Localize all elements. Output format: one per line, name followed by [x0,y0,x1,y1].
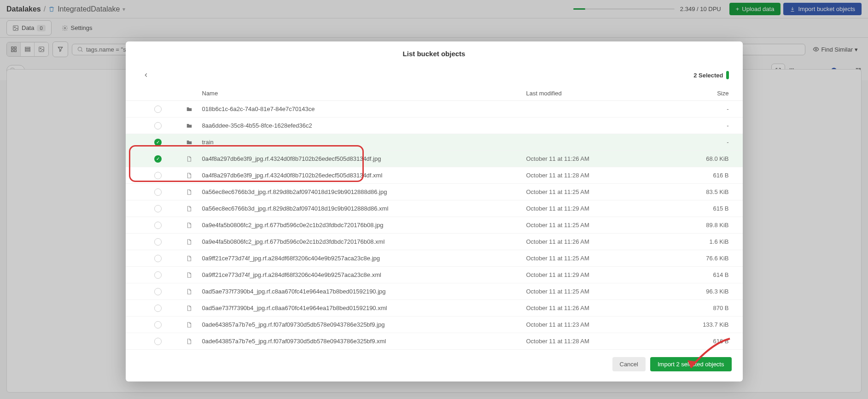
row-last-modified: October 11 at 11:29 AM [526,205,655,212]
checkbox-circle[interactable] [154,305,162,312]
row-size: - [655,122,729,129]
checkbox-circle[interactable] [154,205,162,212]
row-last-modified: October 11 at 11:26 AM [526,238,655,245]
row-name: 0ad5ae737f7390b4_jpg.rf.c8aa670fc41e964e… [202,305,526,311]
checkbox-circle[interactable] [154,238,162,246]
table-row[interactable]: 0a9ff21ce773d74f_jpg.rf.a284df68f3206c40… [126,267,743,283]
checkbox-circle[interactable] [154,338,162,345]
file-icon [176,305,202,311]
row-last-modified: October 11 at 11:28 AM [526,338,655,345]
col-size: Size [655,90,729,97]
checkbox-circle[interactable] [154,106,162,113]
row-size: 68.0 KiB [655,155,729,162]
table-row[interactable]: 8aa6ddee-35c8-4b55-8fce-1628efed36c2- [126,117,743,134]
row-name: 0a9ff21ce773d74f_jpg.rf.a284df68f3206c40… [202,255,526,262]
row-last-modified: October 11 at 11:25 AM [526,288,655,295]
checkbox-circle[interactable] [154,271,162,279]
row-size: 616 B [655,338,729,345]
scroll-indicator [726,71,729,79]
table-row[interactable]: 0ade643857a7b7e5_jpg.rf.f07af09730d5db57… [126,333,743,350]
folder-icon [176,106,202,112]
checkbox-circle[interactable] [154,188,162,196]
file-icon [176,288,202,295]
col-name: Name [202,90,526,97]
row-size: 133.7 KiB [655,321,729,328]
row-size: 615 B [655,205,729,212]
row-name: 0a56ec8ec6766b3d_jpg.rf.829d8b2af0974018… [202,205,526,212]
row-last-modified: October 11 at 11:28 AM [526,172,655,179]
row-size: 616 B [655,172,729,179]
table-row[interactable]: ✓0a4f8a297db6e3f9_jpg.rf.4324d0f8b7102b2… [126,151,743,167]
table-row[interactable]: 0ad5ae737f7390b4_jpg.rf.c8aa670fc41e964e… [126,300,743,317]
file-icon [176,189,202,195]
row-name: 0a4f8a297db6e3f9_jpg.rf.4324d0f8b7102b26… [202,155,526,162]
list-bucket-modal: List bucket objects 2 Selected Name Last… [126,41,743,381]
table-header: Name Last modified Size [126,86,743,101]
checkmark-icon[interactable]: ✓ [154,139,162,146]
file-icon [176,255,202,262]
row-name: 8aa6ddee-35c8-4b55-8fce-1628efed36c2 [202,122,526,129]
file-icon [176,239,202,245]
checkbox-circle[interactable] [154,255,162,262]
file-icon [176,205,202,212]
cancel-button[interactable]: Cancel [612,357,646,371]
table-row[interactable]: 0a56ec8ec6766b3d_jpg.rf.829d8b2af0974018… [126,200,743,217]
folder-icon [176,139,202,146]
row-size: 614 B [655,271,729,278]
row-last-modified: October 11 at 11:23 AM [526,321,655,328]
back-button[interactable] [140,69,152,82]
col-last-modified: Last modified [526,90,655,97]
import-selected-button[interactable]: Import 2 selected objects [650,357,732,371]
checkbox-circle[interactable] [154,288,162,295]
row-last-modified: October 11 at 11:25 AM [526,255,655,262]
row-name: 0a9e4fa5b0806fc2_jpg.rf.677bd596c0e2c1b2… [202,238,526,245]
row-name: 0ad5ae737f7390b4_jpg.rf.c8aa670fc41e964e… [202,288,526,295]
table-row[interactable]: 0a9ff21ce773d74f_jpg.rf.a284df68f3206c40… [126,250,743,267]
table-row[interactable]: 0a4f8a297db6e3f9_jpg.rf.4324d0f8b7102b26… [126,167,743,184]
row-last-modified: October 11 at 11:26 AM [526,155,655,162]
table-row[interactable]: 0ad5ae737f7390b4_jpg.rf.c8aa670fc41e964e… [126,283,743,300]
table-row[interactable]: 0ade643857a7b7e5_jpg.rf.f07af09730d5db57… [126,317,743,333]
file-icon [176,272,202,278]
selected-count: 2 Selected [693,72,723,79]
row-last-modified: October 11 at 11:25 AM [526,222,655,229]
row-size: 1.6 KiB [655,238,729,245]
modal-overlay: List bucket objects 2 Selected Name Last… [0,0,868,399]
row-name: 0a9e4fa5b0806fc2_jpg.rf.677bd596c0e2c1b2… [202,222,526,229]
row-size: 76.6 KiB [655,255,729,262]
file-icon [176,338,202,345]
row-name: 0a4f8a297db6e3f9_jpg.rf.4324d0f8b7102b26… [202,172,526,179]
checkbox-circle[interactable] [154,122,162,129]
row-name: 018b6c1c-6a2c-74a0-81e7-84e7c70143ce [202,106,526,112]
row-size: 96.3 KiB [655,288,729,295]
row-name: train [202,139,526,146]
row-name: 0ade643857a7b7e5_jpg.rf.f07af09730d5db57… [202,321,526,328]
row-name: 0ade643857a7b7e5_jpg.rf.f07af09730d5db57… [202,338,526,345]
row-last-modified: October 11 at 11:26 AM [526,305,655,311]
row-size: 870 B [655,305,729,311]
file-icon [176,156,202,162]
folder-icon [176,123,202,129]
table-row[interactable]: 0a56ec8ec6766b3d_jpg.rf.829d8b2af0974018… [126,184,743,200]
checkbox-circle[interactable] [154,321,162,329]
row-last-modified: October 11 at 11:29 AM [526,271,655,278]
row-size: - [655,106,729,112]
modal-title: List bucket objects [126,41,743,66]
row-last-modified: October 11 at 11:25 AM [526,188,655,195]
table-row[interactable]: 0a9e4fa5b0806fc2_jpg.rf.677bd596c0e2c1b2… [126,217,743,234]
checkbox-circle[interactable] [154,222,162,229]
row-size: - [655,139,729,146]
file-icon [176,172,202,179]
row-size: 89.8 KiB [655,222,729,229]
row-size: 83.5 KiB [655,188,729,195]
table-row[interactable]: 018b6c1c-6a2c-74a0-81e7-84e7c70143ce- [126,101,743,117]
file-icon [176,322,202,328]
row-name: 0a56ec8ec6766b3d_jpg.rf.829d8b2af0974018… [202,188,526,195]
row-name: 0a9ff21ce773d74f_jpg.rf.a284df68f3206c40… [202,271,526,278]
table-row[interactable]: ✓train- [126,134,743,151]
checkmark-icon[interactable]: ✓ [154,155,162,163]
table-row[interactable]: 0a9e4fa5b0806fc2_jpg.rf.677bd596c0e2c1b2… [126,234,743,250]
checkbox-circle[interactable] [154,172,162,179]
file-icon [176,222,202,229]
